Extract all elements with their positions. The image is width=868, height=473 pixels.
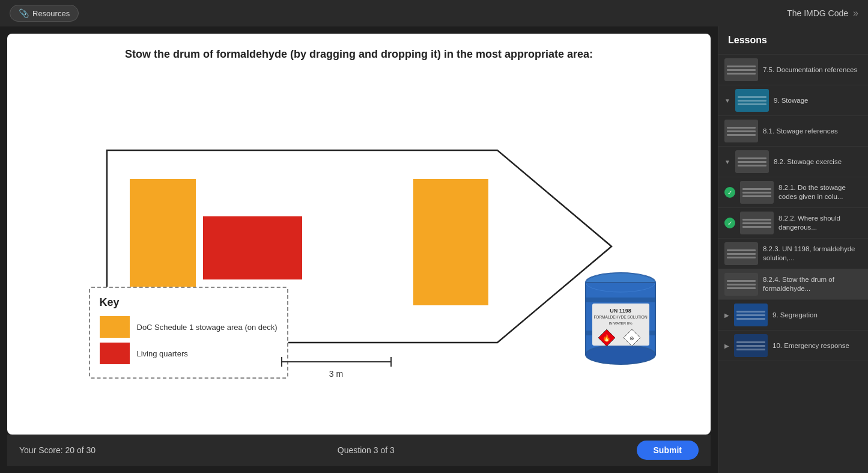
expand-icon-exercise: ▼	[724, 159, 730, 165]
question-text: Stow the drum of formaldehyde (by draggi…	[26, 48, 691, 61]
lesson-label-821: 8.2.1. Do the stowage codes given in col…	[778, 183, 862, 201]
sidebar-item-stowage-header[interactable]: ▼ 9. Stowage	[718, 85, 868, 116]
orange-stowage-area-right	[413, 179, 488, 305]
sidebar-item-stowage-exercise[interactable]: ▼ 8.2. Stowage exercise	[718, 147, 868, 177]
bottom-bar: Your Score: 20 of 30 Question 3 of 3 Sub…	[7, 435, 711, 466]
key-label-red: Living quarters	[137, 349, 188, 358]
formaldehyde-drum[interactable]: UN 1198 FORMALDEHYDE SOLUTION IN WATER 8…	[575, 264, 666, 370]
scale-bar: 3 m	[281, 357, 392, 379]
lesson-label-822: 8.2.2. Where should dangerous...	[778, 214, 862, 232]
lesson-thumb-821	[740, 181, 774, 204]
lesson-label-stowage-ref: 8.1. Stowage references	[763, 127, 862, 136]
check-icon-821: ✓	[724, 187, 735, 198]
sidebar-item-doc-references[interactable]: 7.5. Documentation references	[718, 55, 868, 85]
svg-point-3	[586, 345, 655, 364]
lesson-thumb-seg	[734, 304, 768, 326]
living-quarters-area	[203, 216, 302, 279]
scale-horiz-line	[282, 361, 390, 362]
expand-icon-seg: ▶	[724, 312, 729, 319]
ship-diagram: UN 1198 FORMALDEHYDE SOLUTION IN WATER 8…	[89, 138, 630, 355]
main-layout: Stow the drum of formaldehyde (by draggi…	[0, 26, 868, 473]
svg-text:⊗: ⊗	[630, 335, 634, 341]
key-color-orange	[100, 316, 130, 338]
scale-tick-right	[390, 357, 392, 367]
svg-rect-4	[586, 298, 655, 302]
diagram-area: UN 1198 FORMALDEHYDE SOLUTION IN WATER 8…	[26, 73, 691, 420]
sidebar-item-822[interactable]: ✓ 8.2.2. Where should dangerous...	[718, 208, 868, 239]
check-icon-822: ✓	[724, 218, 735, 228]
scale-line	[281, 357, 392, 367]
expand-icon-stowage: ▼	[724, 97, 730, 104]
lesson-label-stowage-header: 9. Stowage	[774, 96, 862, 105]
submit-button[interactable]: Submit	[637, 441, 699, 460]
sidebar-item-823[interactable]: 8.2.3. UN 1198, formaldehyde solution,..…	[718, 239, 868, 269]
svg-text:🔥: 🔥	[602, 334, 611, 342]
resources-button[interactable]: 📎 Resources	[10, 5, 79, 22]
sidebar-item-821[interactable]: ✓ 8.2.1. Do the stowage codes given in c…	[718, 177, 868, 208]
lesson-thumb-stowage	[735, 89, 769, 112]
resources-label: Resources	[32, 9, 70, 18]
sidebar-item-emergency-response[interactable]: ▶ 10. Emergency response	[718, 331, 868, 361]
lesson-thumb-823	[724, 242, 758, 265]
clip-icon: 📎	[19, 8, 29, 18]
key-title: Key	[100, 296, 278, 309]
lesson-label-segregation: 9. Segregation	[772, 311, 862, 320]
key-color-red	[100, 343, 130, 364]
sidebar-title: Lessons	[718, 26, 868, 55]
scale-label: 3 m	[329, 369, 343, 379]
lesson-label-824: 8.2.4. Stow the drum of formaldehyde...	[763, 275, 862, 293]
question-count: Question 3 of 3	[338, 445, 395, 455]
drum-container[interactable]: UN 1198 FORMALDEHYDE SOLUTION IN WATER 8…	[575, 264, 666, 373]
chevrons-icon: »	[853, 8, 858, 19]
top-bar-title: The IMDG Code »	[787, 8, 858, 19]
key-item-red: Living quarters	[100, 343, 278, 364]
content-area: Stow the drum of formaldehyde (by draggi…	[0, 26, 718, 473]
sidebar-item-stowage-references[interactable]: 8.1. Stowage references	[718, 116, 868, 147]
lesson-thumb-emerg	[734, 334, 768, 357]
lesson-thumb-822	[740, 212, 774, 234]
svg-text:IN WATER 8%: IN WATER 8%	[609, 322, 633, 325]
lesson-label-emergency: 10. Emergency response	[772, 341, 862, 350]
key-box: Key DoC Schedule 1 stowage area (on deck…	[89, 287, 288, 379]
top-bar: 📎 Resources The IMDG Code »	[0, 0, 868, 26]
sidebar-item-segregation[interactable]: ▶ 9. Segregation	[718, 300, 868, 331]
lesson-label-823: 8.2.3. UN 1198, formaldehyde solution,..…	[763, 245, 862, 263]
lesson-thumb-doc	[724, 58, 758, 81]
svg-text:UN 1198: UN 1198	[610, 308, 631, 314]
lesson-thumb-stowage-ref	[724, 120, 758, 142]
course-title: The IMDG Code	[787, 8, 848, 18]
sidebar: Lessons 7.5. Documentation references ▼ …	[718, 26, 868, 473]
lesson-thumb-exercise	[735, 150, 769, 173]
lesson-thumb-824	[724, 273, 758, 296]
expand-icon-emerg: ▶	[724, 343, 729, 349]
svg-text:FORMALDEHYDE SOLUTION: FORMALDEHYDE SOLUTION	[593, 315, 648, 319]
key-item-orange: DoC Schedule 1 stowage area (on deck)	[100, 316, 278, 338]
sidebar-item-824[interactable]: 8.2.4. Stow the drum of formaldehyde...	[718, 269, 868, 300]
score-text: Your Score: 20 of 30	[19, 445, 96, 455]
lesson-label-exercise: 8.2. Stowage exercise	[774, 157, 862, 166]
lesson-label-doc: 7.5. Documentation references	[763, 66, 862, 75]
quiz-card: Stow the drum of formaldehyde (by draggi…	[7, 34, 711, 435]
key-label-orange: DoC Schedule 1 stowage area (on deck)	[137, 323, 278, 332]
